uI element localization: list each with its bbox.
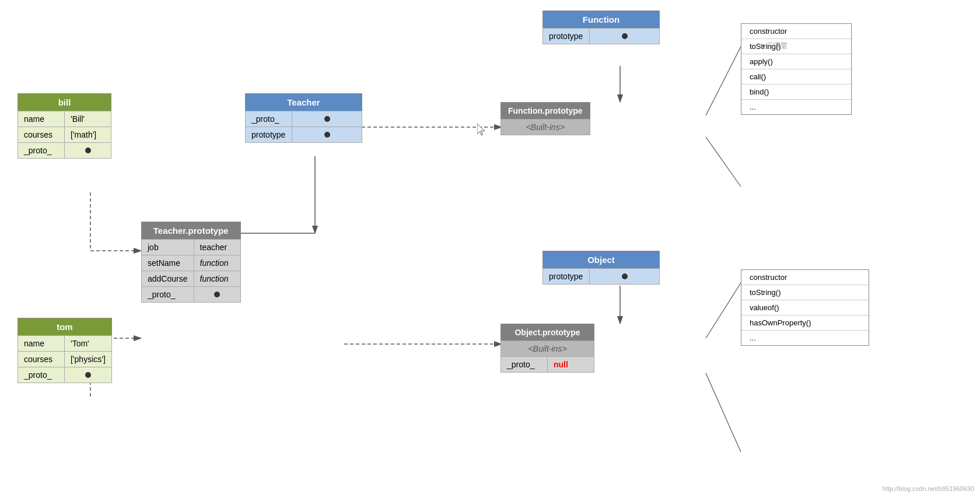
object-prototype-proto-key: _proto_ <box>501 357 548 373</box>
tp-addcourse-val: function <box>194 271 240 287</box>
bill-courses-row: courses ['math'] <box>18 127 111 143</box>
teacher-prototype-table: Teacher.prototype job teacher setName fu… <box>141 222 241 303</box>
obj-list-tostring: toString() <box>741 285 869 300</box>
object-prototype-title: Object.prototype <box>501 324 594 341</box>
bill-table: bill name 'Bill' courses ['math'] _proto… <box>18 93 111 159</box>
teacher-title: Teacher <box>246 94 362 111</box>
bill-name-val: 'Bill' <box>65 111 111 127</box>
object-prototype-proto-row: _proto_ null <box>501 357 594 373</box>
function-prototype-key: prototype <box>543 29 590 44</box>
object-prototype-table: Object.prototype <Built-ins> _proto_ nul… <box>501 324 594 373</box>
object-prototype-key: prototype <box>543 269 590 285</box>
bill-proto-key: _proto_ <box>18 143 65 159</box>
tp-proto-val <box>194 287 240 303</box>
fn-list-bind: bind() <box>741 85 851 100</box>
fn-list-more: ... <box>741 100 851 114</box>
obj-list-valueof: valueof() <box>741 300 869 315</box>
bill-proto-val <box>65 143 111 159</box>
object-prototype-row: prototype <box>543 269 660 285</box>
bill-title: bill <box>18 94 111 111</box>
object-prototype-val <box>590 269 660 285</box>
tom-courses-val: ['physics'] <box>65 352 112 367</box>
teacher-proto-addcourse-row: addCourse function <box>142 271 241 287</box>
teacher-proto-job-row: job teacher <box>142 240 241 255</box>
obj-list-constructor: constructor <box>741 270 869 285</box>
tom-proto-key: _proto_ <box>18 367 65 383</box>
teacher-proto-key: _proto_ <box>246 111 292 127</box>
teacher-prototype-key: prototype <box>246 127 292 143</box>
tp-job-val: teacher <box>194 240 240 255</box>
watermark: ▪ 云课堂 <box>761 40 788 52</box>
svg-line-14 <box>706 283 741 338</box>
tp-proto-key: _proto_ <box>142 287 194 303</box>
svg-line-15 <box>706 373 741 452</box>
tom-name-key: name <box>18 336 65 352</box>
fn-list-constructor: constructor <box>741 24 851 39</box>
function-prototype-builtins-row: <Built-ins> <box>501 120 590 135</box>
object-title: Object <box>543 251 660 269</box>
svg-line-13 <box>706 137 741 187</box>
obj-list-more: ... <box>741 331 869 345</box>
teacher-proto-val <box>292 111 362 127</box>
tom-proto-row: _proto_ <box>18 367 112 383</box>
tom-table: tom name 'Tom' courses ['physics'] _prot… <box>18 318 112 383</box>
function-prototype-table: Function.prototype <Built-ins> <box>501 102 590 135</box>
teacher-prototype-row: prototype <box>246 127 362 143</box>
function-prototype-val <box>590 29 660 44</box>
teacher-proto-row: _proto_ <box>246 111 362 127</box>
diagram-container: bill name 'Bill' courses ['math'] _proto… <box>0 0 980 498</box>
obj-list-hasownproperty: hasOwnProperty() <box>741 315 869 331</box>
tom-name-row: name 'Tom' <box>18 336 112 352</box>
cursor-icon <box>477 124 487 136</box>
object-list-box: constructor toString() valueof() hasOwnP… <box>741 269 869 346</box>
bill-courses-key: courses <box>18 127 65 143</box>
tom-courses-row: courses ['physics'] <box>18 352 112 367</box>
watermark-text: 云课堂 <box>766 41 788 51</box>
tom-title: tom <box>18 318 112 336</box>
function-list-box: constructor toString() apply() call() bi… <box>741 23 852 115</box>
url-text: http://blog.csdn.net/b951960630 <box>883 485 974 492</box>
bill-name-row: name 'Bill' <box>18 111 111 127</box>
object-prototype-proto-val: null <box>548 357 594 373</box>
svg-line-12 <box>706 47 741 115</box>
tom-proto-val <box>65 367 112 383</box>
tom-name-val: 'Tom' <box>65 336 112 352</box>
teacher-proto-setname-row: setName function <box>142 255 241 271</box>
teacher-table: Teacher _proto_ prototype <box>245 93 362 143</box>
function-table: Function prototype <box>542 10 660 44</box>
object-prototype-builtins-row: <Built-ins> <box>501 341 594 357</box>
tp-setname-key: setName <box>142 255 194 271</box>
bill-name-key: name <box>18 111 65 127</box>
tp-addcourse-key: addCourse <box>142 271 194 287</box>
bill-proto-row: _proto_ <box>18 143 111 159</box>
tom-courses-key: courses <box>18 352 65 367</box>
function-prototype-builtins: <Built-ins> <box>501 120 590 135</box>
function-prototype-row: prototype <box>543 29 660 44</box>
bill-courses-val: ['math'] <box>65 127 111 143</box>
fn-list-apply: apply() <box>741 54 851 69</box>
teacher-proto-proto-row: _proto_ <box>142 287 241 303</box>
object-table: Object prototype <box>542 251 660 285</box>
tp-setname-val: function <box>194 255 240 271</box>
fn-list-call: call() <box>741 69 851 85</box>
teacher-prototype-title: Teacher.prototype <box>142 222 241 240</box>
function-prototype-title: Function.prototype <box>501 103 590 120</box>
object-prototype-builtins: <Built-ins> <box>501 341 594 357</box>
fn-list-tostring: toString() <box>741 39 851 54</box>
teacher-prototype-val <box>292 127 362 143</box>
tp-job-key: job <box>142 240 194 255</box>
function-title: Function <box>543 11 660 29</box>
